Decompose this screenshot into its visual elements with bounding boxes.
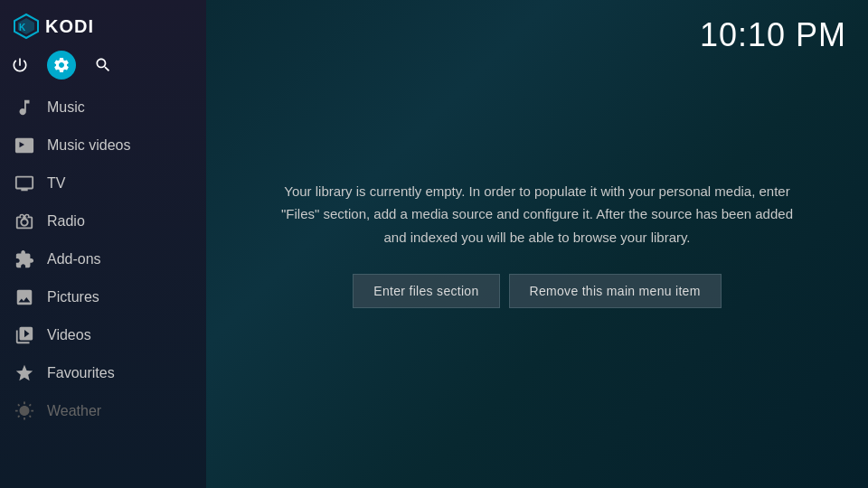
music-icon: [14, 98, 34, 117]
videos-label: Videos: [47, 327, 91, 343]
tv-icon: [14, 174, 34, 193]
kodi-logo-icon: K: [13, 13, 40, 40]
settings-button[interactable]: [47, 51, 76, 80]
app-name: KODI: [45, 16, 94, 37]
sidebar-item-favourites[interactable]: Favourites: [0, 354, 206, 392]
power-button[interactable]: [5, 51, 34, 80]
sidebar: K KODI Music: [0, 0, 206, 488]
nav-items: Music Music videos TV Radio: [0, 89, 206, 488]
enter-files-button[interactable]: Enter files section: [353, 274, 499, 308]
sidebar-item-music[interactable]: Music: [0, 89, 206, 127]
search-icon: [94, 56, 112, 74]
favourites-icon: [14, 363, 34, 383]
sidebar-item-music-videos[interactable]: Music videos: [0, 127, 206, 164]
sidebar-item-videos[interactable]: Videos: [0, 316, 206, 354]
svg-text:K: K: [19, 23, 26, 33]
pictures-icon: [14, 287, 34, 307]
search-button[interactable]: [89, 51, 118, 80]
sidebar-item-weather[interactable]: Weather: [0, 392, 206, 430]
radio-icon: [14, 211, 34, 231]
weather-label: Weather: [47, 403, 101, 419]
action-buttons: Enter files section Remove this main men…: [353, 274, 721, 308]
music-label: Music: [47, 99, 85, 116]
clock-display: 10:10 PM: [700, 16, 846, 54]
sidebar-item-addons[interactable]: Add-ons: [0, 240, 206, 278]
content-area: Your library is currently empty. In orde…: [206, 0, 868, 488]
radio-label: Radio: [47, 213, 85, 230]
weather-icon: [14, 401, 34, 421]
power-icon: [11, 56, 29, 74]
kodi-logo: K KODI: [13, 13, 94, 40]
tv-label: TV: [47, 175, 65, 192]
library-empty-message: Your library is currently empty. In orde…: [278, 180, 796, 249]
sidebar-item-tv[interactable]: TV: [0, 164, 206, 202]
favourites-label: Favourites: [47, 365, 115, 381]
main-content: 10:10 PM Your library is currently empty…: [206, 0, 868, 488]
videos-icon: [14, 325, 34, 345]
pictures-label: Pictures: [47, 289, 99, 305]
sidebar-item-radio[interactable]: Radio: [0, 202, 206, 240]
addons-label: Add-ons: [47, 251, 101, 267]
top-icons-bar: [0, 51, 206, 85]
addons-icon: [14, 249, 34, 269]
settings-icon: [52, 56, 71, 74]
music-videos-label: Music videos: [47, 137, 130, 154]
sidebar-item-pictures[interactable]: Pictures: [0, 278, 206, 316]
top-bar: K KODI: [0, 0, 206, 49]
music-video-icon: [14, 136, 34, 155]
remove-menu-item-button[interactable]: Remove this main menu item: [509, 274, 722, 308]
